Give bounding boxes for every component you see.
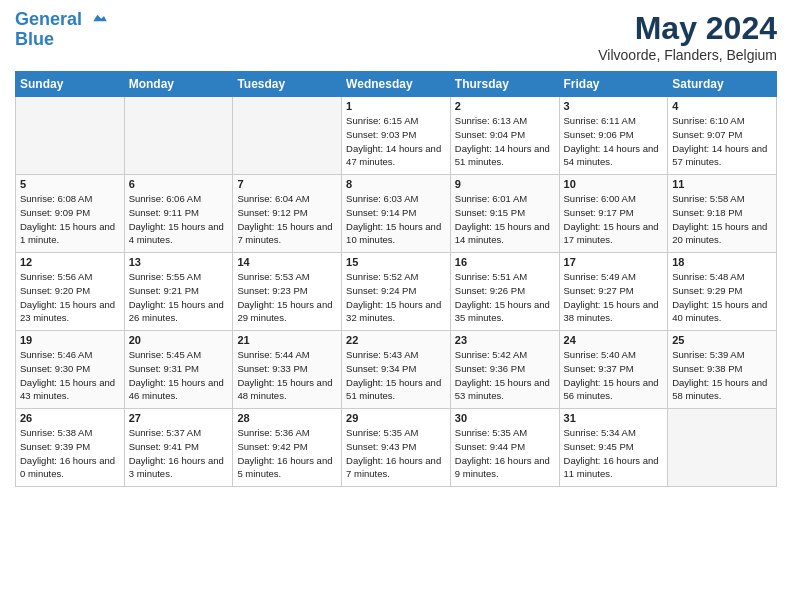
col-tuesday: Tuesday (233, 72, 342, 97)
table-row: 22Sunrise: 5:43 AMSunset: 9:34 PMDayligh… (342, 331, 451, 409)
logo-icon (89, 12, 111, 28)
day-info: Sunrise: 6:15 AMSunset: 9:03 PMDaylight:… (346, 114, 446, 169)
day-number: 16 (455, 256, 555, 268)
table-row: 11Sunrise: 5:58 AMSunset: 9:18 PMDayligh… (668, 175, 777, 253)
table-row: 9Sunrise: 6:01 AMSunset: 9:15 PMDaylight… (450, 175, 559, 253)
day-number: 10 (564, 178, 664, 190)
col-wednesday: Wednesday (342, 72, 451, 97)
day-number: 19 (20, 334, 120, 346)
day-info: Sunrise: 5:44 AMSunset: 9:33 PMDaylight:… (237, 348, 337, 403)
page-header: General Blue May 2024 Vilvoorde, Flander… (15, 10, 777, 63)
col-thursday: Thursday (450, 72, 559, 97)
table-row: 16Sunrise: 5:51 AMSunset: 9:26 PMDayligh… (450, 253, 559, 331)
day-info: Sunrise: 5:48 AMSunset: 9:29 PMDaylight:… (672, 270, 772, 325)
day-number: 15 (346, 256, 446, 268)
table-row: 28Sunrise: 5:36 AMSunset: 9:42 PMDayligh… (233, 409, 342, 487)
day-number: 18 (672, 256, 772, 268)
day-number: 26 (20, 412, 120, 424)
day-number: 24 (564, 334, 664, 346)
table-row: 6Sunrise: 6:06 AMSunset: 9:11 PMDaylight… (124, 175, 233, 253)
day-number: 8 (346, 178, 446, 190)
table-row: 3Sunrise: 6:11 AMSunset: 9:06 PMDaylight… (559, 97, 668, 175)
day-number: 29 (346, 412, 446, 424)
day-info: Sunrise: 5:45 AMSunset: 9:31 PMDaylight:… (129, 348, 229, 403)
day-number: 30 (455, 412, 555, 424)
day-info: Sunrise: 5:39 AMSunset: 9:38 PMDaylight:… (672, 348, 772, 403)
table-row (124, 97, 233, 175)
day-info: Sunrise: 5:40 AMSunset: 9:37 PMDaylight:… (564, 348, 664, 403)
col-monday: Monday (124, 72, 233, 97)
day-info: Sunrise: 6:04 AMSunset: 9:12 PMDaylight:… (237, 192, 337, 247)
table-row: 12Sunrise: 5:56 AMSunset: 9:20 PMDayligh… (16, 253, 125, 331)
table-row: 23Sunrise: 5:42 AMSunset: 9:36 PMDayligh… (450, 331, 559, 409)
day-number: 3 (564, 100, 664, 112)
day-info: Sunrise: 6:00 AMSunset: 9:17 PMDaylight:… (564, 192, 664, 247)
location: Vilvoorde, Flanders, Belgium (598, 47, 777, 63)
table-row: 24Sunrise: 5:40 AMSunset: 9:37 PMDayligh… (559, 331, 668, 409)
title-area: May 2024 Vilvoorde, Flanders, Belgium (598, 10, 777, 63)
day-info: Sunrise: 5:53 AMSunset: 9:23 PMDaylight:… (237, 270, 337, 325)
day-info: Sunrise: 5:42 AMSunset: 9:36 PMDaylight:… (455, 348, 555, 403)
logo: General Blue (15, 10, 111, 50)
day-number: 5 (20, 178, 120, 190)
day-info: Sunrise: 6:13 AMSunset: 9:04 PMDaylight:… (455, 114, 555, 169)
table-row: 26Sunrise: 5:38 AMSunset: 9:39 PMDayligh… (16, 409, 125, 487)
day-info: Sunrise: 5:38 AMSunset: 9:39 PMDaylight:… (20, 426, 120, 481)
logo-text: General (15, 10, 111, 30)
calendar-week-row: 12Sunrise: 5:56 AMSunset: 9:20 PMDayligh… (16, 253, 777, 331)
table-row: 30Sunrise: 5:35 AMSunset: 9:44 PMDayligh… (450, 409, 559, 487)
day-info: Sunrise: 5:35 AMSunset: 9:44 PMDaylight:… (455, 426, 555, 481)
day-number: 2 (455, 100, 555, 112)
table-row: 31Sunrise: 5:34 AMSunset: 9:45 PMDayligh… (559, 409, 668, 487)
table-row: 27Sunrise: 5:37 AMSunset: 9:41 PMDayligh… (124, 409, 233, 487)
calendar-table: Sunday Monday Tuesday Wednesday Thursday… (15, 71, 777, 487)
day-info: Sunrise: 6:10 AMSunset: 9:07 PMDaylight:… (672, 114, 772, 169)
day-number: 20 (129, 334, 229, 346)
month-title: May 2024 (598, 10, 777, 47)
calendar-week-row: 19Sunrise: 5:46 AMSunset: 9:30 PMDayligh… (16, 331, 777, 409)
table-row: 25Sunrise: 5:39 AMSunset: 9:38 PMDayligh… (668, 331, 777, 409)
day-info: Sunrise: 6:03 AMSunset: 9:14 PMDaylight:… (346, 192, 446, 247)
table-row: 10Sunrise: 6:00 AMSunset: 9:17 PMDayligh… (559, 175, 668, 253)
calendar-week-row: 5Sunrise: 6:08 AMSunset: 9:09 PMDaylight… (16, 175, 777, 253)
table-row: 8Sunrise: 6:03 AMSunset: 9:14 PMDaylight… (342, 175, 451, 253)
day-number: 9 (455, 178, 555, 190)
day-number: 22 (346, 334, 446, 346)
col-friday: Friday (559, 72, 668, 97)
day-info: Sunrise: 6:11 AMSunset: 9:06 PMDaylight:… (564, 114, 664, 169)
table-row (233, 97, 342, 175)
day-number: 1 (346, 100, 446, 112)
svg-marker-0 (93, 15, 106, 22)
col-sunday: Sunday (16, 72, 125, 97)
table-row: 18Sunrise: 5:48 AMSunset: 9:29 PMDayligh… (668, 253, 777, 331)
table-row: 1Sunrise: 6:15 AMSunset: 9:03 PMDaylight… (342, 97, 451, 175)
calendar-week-row: 26Sunrise: 5:38 AMSunset: 9:39 PMDayligh… (16, 409, 777, 487)
table-row: 19Sunrise: 5:46 AMSunset: 9:30 PMDayligh… (16, 331, 125, 409)
day-number: 12 (20, 256, 120, 268)
logo-blue-text: Blue (15, 30, 111, 50)
day-number: 14 (237, 256, 337, 268)
day-number: 13 (129, 256, 229, 268)
table-row (668, 409, 777, 487)
day-info: Sunrise: 6:08 AMSunset: 9:09 PMDaylight:… (20, 192, 120, 247)
page-container: General Blue May 2024 Vilvoorde, Flander… (0, 0, 792, 497)
day-number: 23 (455, 334, 555, 346)
day-info: Sunrise: 5:36 AMSunset: 9:42 PMDaylight:… (237, 426, 337, 481)
day-number: 21 (237, 334, 337, 346)
table-row: 7Sunrise: 6:04 AMSunset: 9:12 PMDaylight… (233, 175, 342, 253)
col-saturday: Saturday (668, 72, 777, 97)
day-info: Sunrise: 5:35 AMSunset: 9:43 PMDaylight:… (346, 426, 446, 481)
table-row: 13Sunrise: 5:55 AMSunset: 9:21 PMDayligh… (124, 253, 233, 331)
day-info: Sunrise: 6:01 AMSunset: 9:15 PMDaylight:… (455, 192, 555, 247)
day-info: Sunrise: 5:55 AMSunset: 9:21 PMDaylight:… (129, 270, 229, 325)
table-row: 15Sunrise: 5:52 AMSunset: 9:24 PMDayligh… (342, 253, 451, 331)
day-info: Sunrise: 5:46 AMSunset: 9:30 PMDaylight:… (20, 348, 120, 403)
day-info: Sunrise: 5:37 AMSunset: 9:41 PMDaylight:… (129, 426, 229, 481)
day-info: Sunrise: 5:56 AMSunset: 9:20 PMDaylight:… (20, 270, 120, 325)
day-info: Sunrise: 5:51 AMSunset: 9:26 PMDaylight:… (455, 270, 555, 325)
day-info: Sunrise: 5:52 AMSunset: 9:24 PMDaylight:… (346, 270, 446, 325)
day-number: 6 (129, 178, 229, 190)
day-number: 17 (564, 256, 664, 268)
day-info: Sunrise: 5:49 AMSunset: 9:27 PMDaylight:… (564, 270, 664, 325)
day-info: Sunrise: 5:58 AMSunset: 9:18 PMDaylight:… (672, 192, 772, 247)
